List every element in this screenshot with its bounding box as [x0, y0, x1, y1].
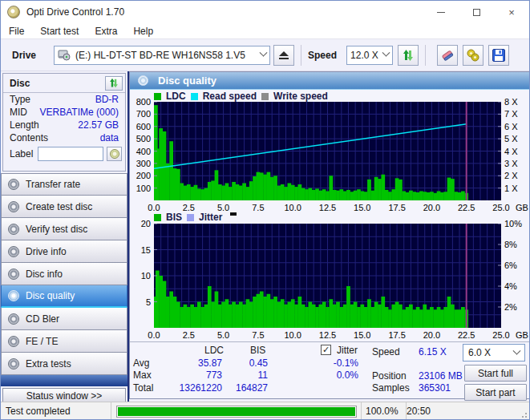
sidebar-item-cd-bler[interactable]: CD Bler	[1, 308, 127, 330]
speed-label: Speed	[308, 50, 337, 61]
sidebar-item-label: CD Bler	[26, 313, 59, 325]
disc-icon	[8, 201, 19, 212]
x-axis-tick-label: 15.0	[350, 203, 375, 212]
ldc-read-speed-chart: 1002003004005006007008001 X2 X3 X4 X5 X6…	[130, 102, 530, 222]
sidebar-item-fe-te[interactable]: FE / TE	[1, 330, 127, 353]
refresh-speed-button[interactable]	[398, 45, 419, 66]
start-full-button[interactable]: Start full	[464, 365, 527, 382]
test-speed-value: 6.0 X	[468, 347, 491, 358]
menu-file[interactable]: File	[1, 24, 32, 38]
sidebar-item-label: Disc quality	[26, 290, 75, 301]
test-speed-select[interactable]: 6.0 X	[463, 344, 525, 361]
menu-help[interactable]: Help	[125, 24, 161, 38]
sidebar-item-drive-info[interactable]: Drive info	[1, 240, 127, 263]
legend-label: Jitter	[199, 212, 222, 223]
right-axis-tick-label: 8 X	[504, 97, 518, 107]
write-speed-swatch	[261, 93, 269, 100]
position-stat-label: Position	[372, 370, 407, 382]
tools-button[interactable]	[463, 45, 483, 66]
progress-bar	[116, 406, 357, 418]
avg-jitter-value: -0.1%	[310, 357, 358, 369]
y-axis-tick-label: 400	[130, 147, 151, 156]
chart-plot	[154, 224, 501, 328]
window-title: Opti Drive Control 1.70	[26, 6, 124, 18]
minimize-icon	[437, 12, 445, 13]
disc-panel: Disc TypeBD-R MIDVERBATIMe (000) Length2…	[2, 73, 126, 172]
disc-type-label: Type	[10, 94, 30, 105]
avg-bis-value: 0.45	[234, 357, 268, 369]
drive-select[interactable]: (E:) HL-DT-ST BD-RE WH16NS58 1.V5	[54, 46, 270, 65]
right-axis-tick-label: 4 X	[504, 147, 518, 156]
x-axis-tick-label: 10.0	[280, 330, 305, 340]
disc-icon	[8, 336, 19, 347]
toolbar-separator	[301, 45, 301, 66]
disc-icon	[110, 149, 119, 159]
disc-icon	[8, 224, 19, 235]
y-axis-tick-label: 500	[130, 134, 151, 143]
refresh-arrows-icon	[402, 49, 415, 62]
refresh-disc-button[interactable]	[105, 76, 123, 91]
chevron-down-icon	[260, 49, 268, 57]
disc-type-value: BD-R	[95, 94, 119, 105]
jitter-checkbox[interactable]: ✓	[321, 345, 331, 355]
sidebar-item-disc-info[interactable]: Disc info	[1, 263, 127, 285]
y-axis-tick-label: 800	[130, 97, 151, 107]
drive-label: Drive	[12, 50, 36, 61]
erase-disc-button[interactable]	[437, 45, 458, 66]
close-button[interactable]: ×	[494, 1, 529, 23]
disc-length-value: 22.57 GB	[78, 119, 119, 131]
sidebar-item-label: Disc info	[26, 269, 63, 280]
sidebar-item-label: Create test disc	[26, 201, 92, 212]
jitter-swatch	[187, 214, 194, 221]
speed-select[interactable]: 12.0 X	[346, 46, 393, 65]
y-axis-tick-label: 700	[130, 109, 151, 119]
minimize-button[interactable]	[423, 1, 459, 23]
sidebar-item-disc-quality[interactable]: Disc quality	[1, 285, 127, 308]
sidebar-item-transfer-rate[interactable]: Transfer rate	[1, 173, 127, 196]
sidebar-item-verify-test-disc[interactable]: Verify test disc	[1, 218, 127, 240]
legend-label: BIS	[166, 212, 182, 223]
x-axis-tick-label: 7.5	[245, 203, 271, 212]
speed-value: 12.0 X	[350, 50, 378, 61]
position-stat-value: 23106 MB	[419, 370, 463, 382]
maximize-button[interactable]	[459, 1, 494, 23]
disc-icon	[8, 358, 19, 370]
disc-icon	[8, 290, 19, 301]
ldc-swatch	[154, 93, 161, 100]
legend-label: LDC	[166, 91, 186, 102]
bis-jitter-chart: 51015202%4%6%8%10%0.02.55.07.510.012.515…	[130, 224, 530, 342]
refresh-arrows-icon	[108, 78, 119, 88]
menu-start-test[interactable]: Start test	[32, 24, 87, 38]
x-axis-tick-label: 22.5	[454, 330, 479, 340]
right-axis-tick-label: 7 X	[504, 109, 518, 119]
y-axis-tick-label: 600	[130, 122, 151, 131]
sidebar-item-create-test-disc[interactable]: Create test disc	[1, 196, 127, 218]
max-jitter-value: 0.0%	[310, 370, 358, 381]
divider	[130, 341, 530, 342]
app-icon	[7, 6, 20, 18]
y-axis-tick-label: 200	[130, 171, 151, 180]
eraser-icon	[440, 48, 455, 63]
title-bar: Opti Drive Control 1.70 ×	[1, 1, 529, 23]
ldc-column-header: LDC	[204, 345, 224, 356]
sidebar-item-extra-tests[interactable]: Extra tests	[1, 353, 127, 375]
speed-stat-value: 6.15 X	[419, 346, 447, 357]
avg-row-label: Avg	[133, 357, 149, 369]
disc-label-input[interactable]	[38, 147, 103, 161]
resize-grip[interactable]	[520, 410, 528, 418]
legend-label: Read speed	[203, 91, 257, 102]
status-bar: Test completed 100.0% 20:50	[1, 402, 529, 420]
sidebar-item-label: Transfer rate	[26, 179, 80, 190]
disc-contents-label: Contents	[10, 132, 48, 143]
start-part-button[interactable]: Start part	[464, 384, 527, 401]
save-button[interactable]	[488, 45, 509, 66]
progress-fill	[118, 407, 355, 416]
toolbar-separator	[425, 45, 426, 66]
main-panel: Disc quality LDC Read speed Write speed …	[129, 71, 530, 399]
right-axis-tick-label: 2 X	[504, 171, 518, 180]
disc-label-button[interactable]	[107, 147, 122, 161]
eject-button[interactable]	[273, 45, 294, 66]
panel-title: Disc quality	[158, 75, 216, 87]
y-axis-tick-label: 20	[130, 219, 151, 228]
menu-extra[interactable]: Extra	[87, 24, 125, 38]
